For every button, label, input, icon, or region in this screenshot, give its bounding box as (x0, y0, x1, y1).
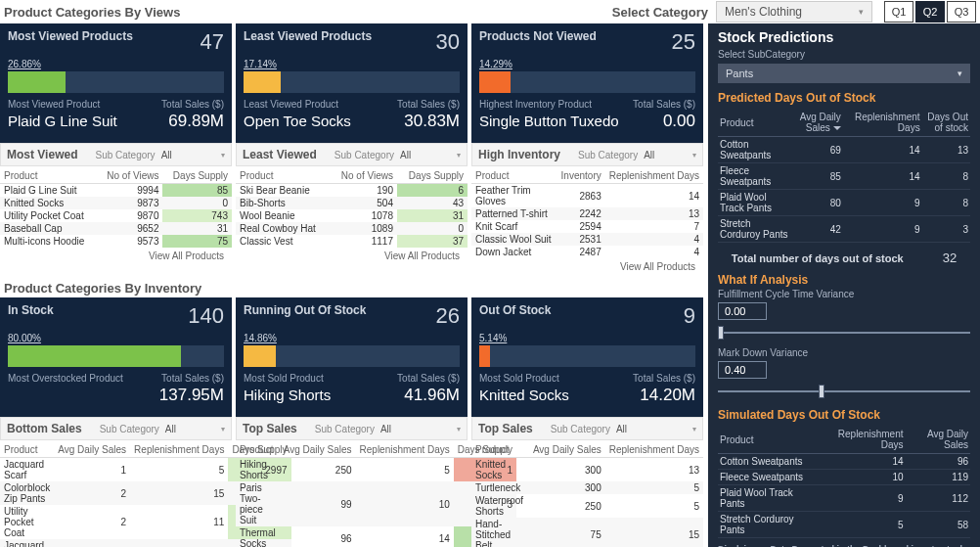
table-row: Wool Beanie107831 (236, 209, 468, 222)
kpi-sub-left: Most Sold Product (244, 373, 324, 384)
chevron-down-icon: ▾ (692, 425, 696, 433)
subcategory-filter[interactable]: All▾ (380, 424, 461, 434)
mdv-input[interactable] (718, 361, 767, 379)
chevron-down-icon: ▾ (221, 425, 225, 433)
cell: Hiking Shorts (236, 458, 280, 482)
cell: 9994 (97, 184, 162, 198)
col-header[interactable]: Avg Daily Sales (280, 440, 356, 458)
col-header[interactable]: Replenishment Days (605, 440, 703, 458)
cell: 14 (356, 526, 454, 547)
col-header[interactable]: Days Supply (397, 166, 468, 184)
section-title: Top Sales (478, 422, 533, 435)
table-row: Classic Vest111737 (236, 235, 468, 248)
fcv-input[interactable] (718, 302, 767, 320)
kpi-pct: 26.86% (8, 59, 224, 69)
kpi-title: Out Of Stock (479, 303, 551, 329)
col-header[interactable]: Product (471, 440, 529, 458)
kpi-sub-left: Highest Inventory Product (479, 99, 592, 110)
col-header[interactable]: Replenishment Days (605, 166, 703, 184)
subcategory-filter[interactable]: All▾ (400, 150, 461, 160)
cell: 1078 (330, 209, 397, 222)
view-all-link[interactable]: View All Products (0, 248, 232, 266)
q1-button[interactable]: Q1 (884, 1, 913, 23)
cell: 1 (54, 458, 130, 482)
kpi-value: 0.00 (663, 112, 695, 131)
cell: Knitted Socks (0, 197, 97, 209)
subcategory-label: Sub Category (551, 424, 610, 434)
cell: 8 (922, 190, 970, 216)
subcategory-filter[interactable]: All▾ (616, 424, 696, 434)
col-header[interactable]: Product (718, 109, 793, 137)
kpi-sub-right: Total Sales ($) (633, 373, 695, 384)
data-table: ProductNo of ViewsDays SupplySki Bear Be… (236, 166, 468, 248)
section-header: High Inventory Sub Category All▾ (471, 143, 703, 166)
col-header[interactable]: Avg Daily Sales (54, 440, 130, 458)
col-header[interactable]: Avg Daily Sales (793, 109, 843, 137)
cell: 42 (793, 216, 843, 243)
subcategory-filter[interactable]: All▾ (165, 424, 225, 434)
col-header[interactable]: Avg Daily Sales (906, 426, 971, 454)
subcategory-label: Sub Category (334, 150, 394, 160)
table-row: Turtleneck3005 (471, 481, 703, 494)
cell: 96 (280, 526, 356, 547)
q3-button[interactable]: Q3 (947, 1, 976, 23)
cell: 13 (605, 458, 703, 482)
kpi-sub-right: Total Sales ($) (161, 99, 224, 110)
view-all-link[interactable]: View All Products (471, 258, 703, 277)
predicted-days-title: Predicted Days Out of Stock (718, 91, 970, 105)
q2-button[interactable]: Q2 (915, 1, 945, 23)
cell: Plaid G Line Suit (0, 184, 97, 198)
cell: Utility Pocket Coat (0, 505, 54, 539)
subcategory-filter[interactable]: All▾ (644, 150, 696, 160)
category-dropdown[interactable]: Men's Clothing ▾ (716, 1, 872, 23)
total-days-label: Total number of days out of stock (732, 252, 904, 264)
cell: 15 (130, 539, 228, 547)
col-header[interactable]: Replenishment Days (815, 426, 905, 454)
cell: Knit Scarf (471, 220, 557, 233)
cell: 15 (130, 481, 228, 505)
col-header[interactable]: Days Out of stock (922, 109, 970, 137)
fcv-slider[interactable] (718, 326, 970, 342)
col-header[interactable]: Inventory (557, 166, 605, 184)
col-header[interactable]: Avg Daily Sales (529, 440, 605, 458)
subcategory-label: Sub Category (100, 424, 159, 434)
kpi-pct: 17.14% (244, 59, 460, 69)
cell: 250 (280, 458, 356, 482)
table-row: Fleece Sweatpants10119 (718, 470, 970, 485)
col-header[interactable]: Product (0, 166, 97, 184)
cell: 0 (397, 222, 468, 235)
chevron-down-icon: ▾ (457, 151, 461, 160)
cell: Waterproof Shorts (471, 494, 529, 518)
col-header[interactable]: Product (471, 166, 557, 184)
col-header[interactable]: No of Views (330, 166, 397, 184)
col-header[interactable]: Replenishment Days (843, 109, 922, 137)
subcategory-filter[interactable]: All▾ (161, 150, 225, 160)
mdv-slider[interactable] (718, 385, 970, 400)
cell: 2 (54, 505, 130, 539)
table-row: Cotton Sweatpants691413 (718, 137, 970, 163)
kpi-sub-right: Total Sales ($) (397, 373, 460, 384)
slider-thumb-icon[interactable] (718, 326, 724, 340)
subcategory-label: Sub Category (95, 150, 155, 160)
page-title: Product Categories By Views (4, 5, 612, 20)
simulated-title: Simulated Days Out Of Stock (718, 408, 970, 422)
kpi-pct: 80.00% (8, 333, 224, 343)
col-header[interactable]: Product (236, 166, 330, 184)
col-header[interactable]: Replenishment Days (356, 440, 454, 458)
col-header[interactable]: Product (0, 440, 54, 458)
table-row: Patterned T-shirt224213 (471, 207, 703, 220)
table-row: Real Cowboy Hat10890 (236, 222, 468, 235)
col-header[interactable]: Product (718, 426, 815, 454)
kpi-title: Running Out Of Stock (244, 303, 366, 329)
cell: 85 (793, 163, 843, 190)
subcategory-dropdown[interactable]: Pants ▾ (718, 64, 970, 83)
col-header[interactable]: No of Views (97, 166, 162, 184)
col-header[interactable]: Days Supply (162, 166, 232, 184)
section-title: Top Sales (243, 422, 297, 435)
slider-thumb-icon[interactable] (819, 385, 824, 398)
col-header[interactable]: Product (236, 440, 280, 458)
cell: 69 (793, 137, 843, 163)
mdv-label: Mark Down Variance (718, 347, 970, 358)
view-all-link[interactable]: View All Products (236, 248, 468, 266)
col-header[interactable]: Replenishment Days (130, 440, 228, 458)
